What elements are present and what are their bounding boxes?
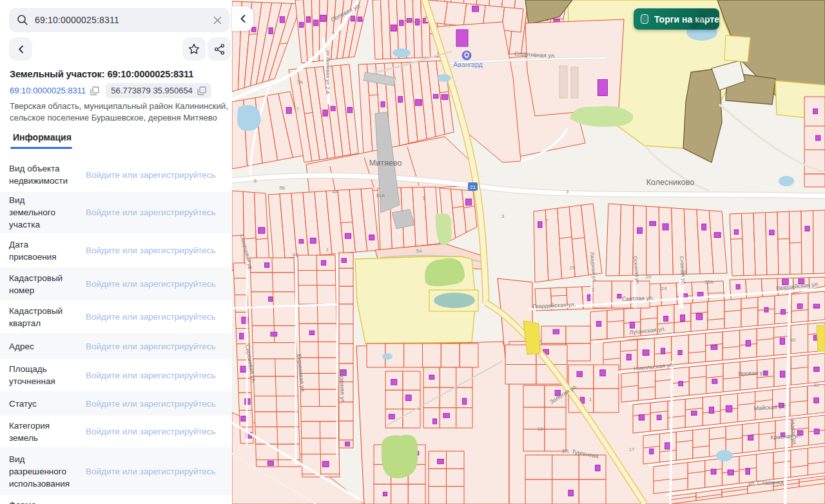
svg-text:ул. Славянка: ул. Славянка — [748, 479, 783, 487]
svg-text:30: 30 — [681, 269, 686, 275]
svg-text:17: 17 — [629, 447, 635, 452]
svg-text:Авангард: Авангард — [453, 61, 482, 68]
svg-text:1: 1 — [589, 396, 592, 402]
svg-text:33: 33 — [813, 382, 819, 388]
svg-text:1: 1 — [326, 247, 329, 253]
svg-text:Колесниково: Колесниково — [646, 178, 694, 187]
svg-text:18: 18 — [538, 426, 543, 432]
svg-text:24: 24 — [661, 286, 667, 291]
svg-text:44: 44 — [293, 252, 298, 258]
svg-text:Весенняя ул.: Весенняя ул. — [338, 369, 346, 404]
svg-text:20: 20 — [646, 274, 652, 280]
svg-text:30: 30 — [790, 337, 796, 343]
svg-text:6: 6 — [254, 178, 257, 184]
svg-text:2: 2 — [592, 287, 595, 293]
svg-text:5: 5 — [423, 195, 426, 201]
svg-text:7: 7 — [296, 106, 300, 112]
svg-text:3: 3 — [566, 189, 569, 195]
svg-text:Ул Полевая ул 2-А: Ул Полевая ул 2-А — [325, 50, 331, 95]
svg-text:Митяево: Митяево — [369, 159, 402, 168]
svg-text:Светлая ул.: Светлая ул. — [622, 295, 654, 302]
svg-text:7А: 7А — [296, 79, 303, 85]
svg-text:10А: 10А — [376, 193, 385, 199]
svg-text:3: 3 — [501, 213, 505, 219]
svg-text:7: 7 — [545, 218, 548, 224]
svg-text:5Б: 5Б — [279, 185, 286, 191]
svg-text:4А: 4А — [332, 189, 338, 195]
svg-text:21: 21 — [470, 184, 476, 190]
svg-text:54: 54 — [416, 248, 422, 254]
svg-text:29: 29 — [570, 265, 576, 271]
svg-text:33А: 33А — [704, 279, 714, 285]
